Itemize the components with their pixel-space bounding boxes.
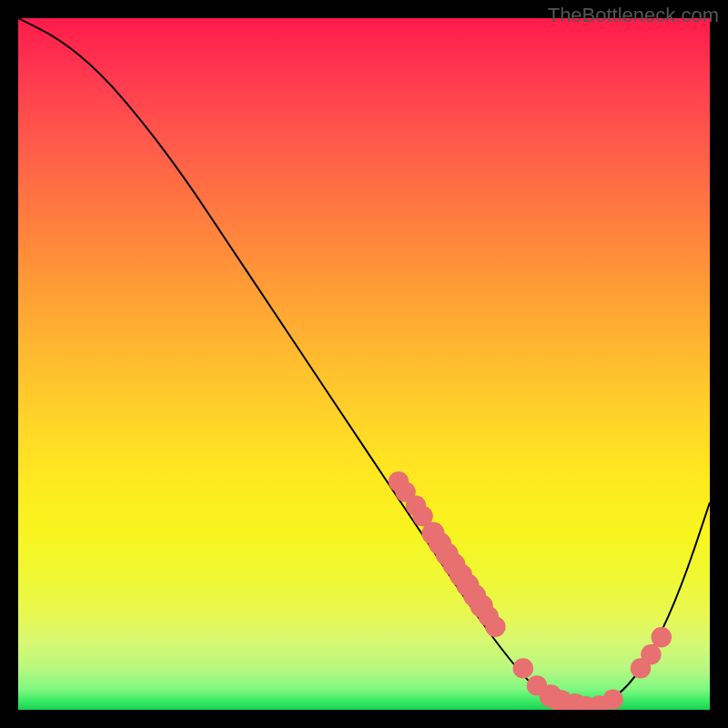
data-marker <box>485 617 505 637</box>
data-marker <box>641 644 661 664</box>
bottleneck-curve <box>18 18 710 706</box>
data-markers <box>389 471 672 710</box>
chart-svg <box>18 18 710 710</box>
watermark-text: TheBottleneck.com <box>548 4 719 27</box>
data-marker <box>602 689 622 709</box>
data-marker <box>513 658 533 678</box>
data-marker <box>652 627 672 647</box>
chart-container <box>18 18 710 710</box>
